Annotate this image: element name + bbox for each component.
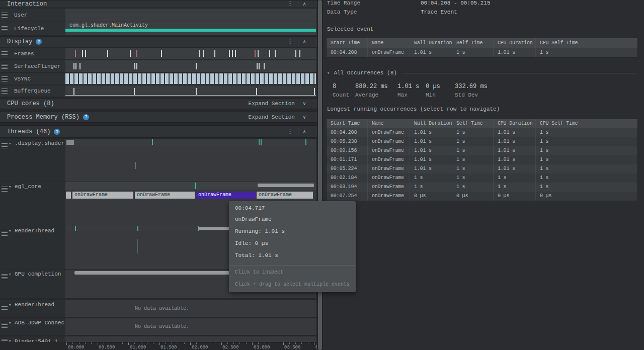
drag-handle-icon[interactable] bbox=[2, 323, 8, 328]
thread-track[interactable] bbox=[65, 336, 316, 342]
disclosure-triangle-icon[interactable]: ▾ bbox=[9, 184, 11, 190]
expand-section-label[interactable]: Expand Section bbox=[249, 101, 295, 107]
table-header-row: Start TimeNameWall DurationSelf TimeCPU … bbox=[327, 119, 637, 128]
thread-label: .display.shader bbox=[15, 140, 64, 146]
trace-event-bar[interactable] bbox=[66, 192, 71, 199]
drag-handle-icon[interactable] bbox=[2, 305, 8, 310]
thread-track[interactable]: No data available. bbox=[65, 318, 316, 335]
table-cell: 1 s bbox=[536, 173, 637, 183]
trace-panel: Interaction ⋮ ∧ User Lifecycle com.gl.sh… bbox=[0, 0, 317, 350]
thread-track[interactable]: No data available. bbox=[65, 300, 316, 317]
column-header: Start Time bbox=[327, 119, 368, 128]
axis-label: 01.000 bbox=[130, 345, 146, 350]
lifecycle-activity-bar[interactable] bbox=[65, 29, 316, 32]
table-cell: 0 µs bbox=[452, 192, 494, 201]
disclosure-triangle-icon[interactable]: ▾ bbox=[9, 228, 11, 234]
event-tick bbox=[214, 50, 215, 57]
frames-track[interactable] bbox=[65, 48, 316, 59]
disclosure-triangle-icon[interactable]: ▾ bbox=[9, 141, 11, 146]
table-row[interactable]: 00:06.238onDrawFrame1.01 s1 s1.01 s1 s bbox=[327, 137, 637, 146]
trace-event-bar[interactable]: onDrawFrame bbox=[257, 192, 313, 199]
column-header: Wall Duration bbox=[410, 38, 452, 48]
more-options-icon[interactable]: ⋮ bbox=[287, 39, 293, 44]
table-cell: 0 µs bbox=[494, 192, 536, 201]
trace-event-bar[interactable]: onDrawFrame bbox=[135, 192, 195, 199]
vsync-track[interactable] bbox=[65, 73, 316, 84]
bufferqueue-track-label: BufferQueue bbox=[14, 88, 51, 94]
axis-tick bbox=[172, 342, 172, 344]
drag-handle-icon[interactable] bbox=[2, 76, 8, 81]
expand-section-icon[interactable]: ∨ bbox=[303, 101, 306, 107]
drag-handle-icon[interactable] bbox=[2, 339, 8, 342]
table-row[interactable]: 00:02.184onDrawFrame1 s1 s1 s1 s bbox=[327, 173, 637, 183]
drag-handle-icon[interactable] bbox=[2, 274, 8, 279]
table-cell: onDrawFrame bbox=[368, 192, 410, 201]
event-tick bbox=[255, 50, 256, 57]
drag-handle-icon[interactable] bbox=[2, 231, 8, 236]
vertical-scrollbar[interactable] bbox=[317, 0, 323, 350]
collapse-section-icon[interactable]: ∧ bbox=[303, 39, 306, 45]
axis-tick bbox=[85, 342, 86, 344]
collapse-section-icon[interactable]: ∧ bbox=[303, 129, 306, 135]
axis-tick bbox=[98, 342, 98, 345]
more-options-icon[interactable]: ⋮ bbox=[287, 2, 293, 7]
axis-tick bbox=[203, 342, 203, 344]
bufferqueue-baseline bbox=[65, 95, 316, 96]
table-cell: 1.01 s bbox=[410, 48, 452, 57]
axis-tick bbox=[128, 342, 129, 345]
trace-event-bar-selected[interactable]: onDrawFrame bbox=[196, 192, 256, 199]
collapse-section-icon[interactable]: ∧ bbox=[303, 1, 306, 7]
separator bbox=[298, 1, 298, 7]
table-row[interactable]: 00:03.194onDrawFrame1 s1 s1 s1 s bbox=[327, 183, 637, 192]
help-icon[interactable]: ? bbox=[83, 114, 89, 120]
section-title-display: Display bbox=[7, 38, 32, 45]
track-row-frames: Frames bbox=[0, 48, 317, 59]
table-cell: 1 s bbox=[452, 137, 494, 146]
table-row[interactable]: 00:01.171onDrawFrame1.01 s1 s1.01 s1 s bbox=[327, 155, 637, 164]
drag-handle-icon[interactable] bbox=[2, 26, 8, 31]
event-tick bbox=[269, 50, 270, 57]
disclosure-triangle-icon[interactable]: ▾ bbox=[327, 70, 330, 76]
thread-track[interactable] bbox=[65, 139, 316, 182]
table-cell: 1.01 s bbox=[494, 48, 536, 57]
table-row[interactable]: 00:04.208onDrawFrame1.01 s1 s1.01 s1 s bbox=[327, 128, 637, 137]
user-track[interactable] bbox=[65, 9, 316, 22]
scrollbar-thumb[interactable] bbox=[318, 0, 322, 350]
lifecycle-track-label: Lifecycle bbox=[14, 26, 44, 32]
table-row[interactable]: 00:05.224onDrawFrame1.01 s1 s1.01 s1 s bbox=[327, 164, 637, 173]
expand-section-label[interactable]: Expand Section bbox=[249, 114, 295, 120]
disclosure-triangle-icon[interactable]: ▾ bbox=[9, 302, 11, 308]
event-tick bbox=[82, 50, 83, 57]
surfaceflinger-track[interactable] bbox=[65, 60, 316, 72]
drag-handle-icon[interactable] bbox=[2, 187, 8, 192]
disclosure-triangle-icon[interactable]: ▾ bbox=[9, 272, 11, 277]
table-row[interactable]: 00:00.156onDrawFrame1.01 s1 s1.01 s1 s bbox=[327, 146, 637, 155]
column-header: CPU Duration bbox=[494, 38, 536, 48]
drag-handle-icon[interactable] bbox=[2, 89, 8, 94]
divider bbox=[402, 73, 637, 73]
trace-event-bar[interactable]: onDrawFrame bbox=[72, 192, 133, 199]
table-row[interactable]: 00:07.254onDrawFrame0 µs0 µs0 µs0 µs bbox=[327, 192, 637, 201]
section-title-process-memory: Process Memory (RSS) bbox=[7, 114, 79, 121]
table-cell: 00:07.254 bbox=[327, 192, 368, 201]
drag-handle-icon[interactable] bbox=[2, 143, 8, 148]
drag-handle-icon[interactable] bbox=[2, 51, 8, 56]
disclosure-triangle-icon[interactable]: ▾ bbox=[9, 338, 11, 342]
expand-section-icon[interactable]: ∨ bbox=[303, 114, 306, 120]
table-cell: onDrawFrame bbox=[368, 155, 410, 164]
help-icon[interactable]: ? bbox=[54, 129, 60, 135]
track-row-vsync: VSYNC bbox=[0, 73, 317, 84]
axis-tick bbox=[221, 342, 222, 345]
disclosure-triangle-icon[interactable]: ▾ bbox=[9, 320, 11, 326]
drag-handle-icon[interactable] bbox=[2, 13, 8, 18]
axis-tick bbox=[246, 342, 247, 344]
section-header-interaction: Interaction ⋮ ∧ bbox=[0, 0, 317, 8]
drag-handle-icon[interactable] bbox=[2, 64, 8, 69]
column-header: Start Time bbox=[327, 38, 368, 48]
lifecycle-track[interactable]: com.gl.shader.MainActivity bbox=[65, 22, 316, 35]
bufferqueue-track[interactable] bbox=[65, 85, 316, 97]
axis-tick bbox=[252, 342, 253, 345]
all-occurrences-header[interactable]: ▾ All Occurrences (8) bbox=[327, 70, 637, 76]
more-options-icon[interactable]: ⋮ bbox=[287, 129, 293, 134]
help-icon[interactable]: ? bbox=[36, 39, 42, 45]
